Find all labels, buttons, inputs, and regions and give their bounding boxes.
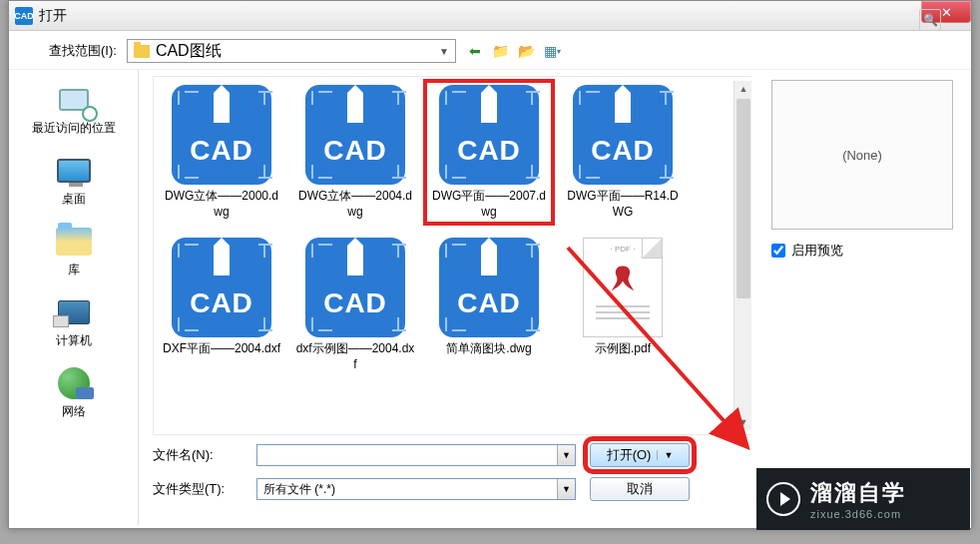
filetype-value: 所有文件 (*.*) [263, 481, 335, 498]
cancel-button[interactable]: 取消 [590, 477, 690, 501]
sidebar-item-label: 最近访问的位置 [32, 120, 116, 137]
file-list-pane: CADDWG立体——2000.dwgCADDWG立体——2004.dwgCADD… [139, 70, 761, 525]
file-label: DWG平面——2007.dwg [429, 189, 549, 220]
file-item[interactable]: CADdxf示例图——2004.dxf [291, 234, 419, 376]
bottom-form: 文件名(N): ▼ 打开(O) ▼ 文件类型(T): 所有文件 (*.*) ▼ [153, 435, 751, 501]
file-label: 简单滴图块.dwg [429, 341, 549, 357]
file-label: dxf示例图——2004.dxf [295, 341, 415, 372]
sidebar-item-network[interactable]: 网络 [50, 361, 98, 424]
scroll-thumb[interactable] [736, 99, 750, 298]
chevron-down-icon[interactable]: ▼ [657, 450, 673, 460]
cad-file-icon: CAD [305, 85, 405, 185]
window-title: 打开 [39, 7, 67, 25]
vertical-scrollbar[interactable]: ▲ ▼ [734, 81, 751, 430]
scroll-down-arrow[interactable]: ▼ [735, 414, 751, 430]
file-label: DWG立体——2004.dwg [295, 189, 415, 220]
places-sidebar: 最近访问的位置 桌面 库 计算机 网络 [9, 70, 139, 525]
file-label: DWG立体——2000.dwg [162, 189, 281, 220]
preview-pane: (None) 启用预览 [761, 70, 971, 525]
back-icon[interactable]: ⬅ [466, 42, 484, 60]
sidebar-item-label: 网络 [62, 403, 86, 420]
open-dialog: CAD 打开 ✕ 查找范围(I): CAD图纸 ▼ ⬅ 📁 📂 ▦▾ 🔍 最近访… [8, 0, 972, 529]
preview-none-text: (None) [842, 148, 882, 163]
watermark: 溜溜自学 zixue.3d66.com [756, 468, 970, 530]
file-item[interactable]: CADDWG平面——R14.DWG [559, 81, 687, 224]
lookin-label: 查找范围(I): [49, 42, 117, 60]
titlebar: CAD 打开 ✕ [9, 1, 971, 31]
chevron-down-icon[interactable]: ▼ [557, 479, 575, 499]
cad-file-icon: CAD [305, 238, 405, 337]
chevron-down-icon[interactable]: ▼ [557, 445, 575, 465]
folder-icon [134, 45, 150, 58]
sidebar-item-computer[interactable]: 计算机 [50, 290, 98, 353]
file-label: DWG平面——R14.DWG [563, 189, 683, 220]
cad-file-icon: CAD [172, 238, 271, 337]
sidebar-item-desktop[interactable]: 桌面 [50, 149, 98, 212]
file-item[interactable]: CAD简单滴图块.dwg [425, 234, 553, 376]
sidebar-item-label: 计算机 [56, 332, 92, 349]
sidebar-item-recent[interactable]: 最近访问的位置 [28, 78, 120, 141]
filename-label: 文件名(N): [153, 446, 243, 464]
lookin-row: 查找范围(I): CAD图纸 ▼ ⬅ 📁 📂 ▦▾ 🔍 [9, 31, 971, 70]
file-item[interactable]: CADDWG立体——2000.dwg [158, 81, 285, 224]
pdf-file-icon: · PDF · [583, 238, 663, 337]
file-item[interactable]: · PDF ·示例图.pdf [559, 234, 687, 376]
cad-file-icon: CAD [439, 85, 539, 185]
chevron-down-icon: ▼ [439, 46, 449, 57]
app-icon: CAD [15, 7, 33, 25]
filename-input[interactable]: ▼ [256, 444, 576, 466]
file-label: DXF平面——2004.dxf [162, 341, 281, 357]
cad-file-icon: CAD [172, 85, 271, 185]
watermark-title: 溜溜自学 [810, 478, 906, 508]
sidebar-item-label: 桌面 [62, 191, 86, 208]
cad-file-icon: CAD [439, 238, 539, 337]
lookin-combo[interactable]: CAD图纸 ▼ [127, 39, 456, 63]
file-item[interactable]: CADDXF平面——2004.dxf [158, 234, 285, 376]
watermark-sub: zixue.3d66.com [810, 508, 906, 520]
cad-file-icon: CAD [573, 85, 673, 185]
new-folder-icon[interactable]: 📂 [518, 42, 536, 60]
enable-preview-label: 启用预览 [791, 242, 843, 260]
lookin-value: CAD图纸 [156, 41, 222, 62]
filetype-select[interactable]: 所有文件 (*.*) ▼ [256, 478, 576, 500]
sidebar-item-label: 库 [68, 262, 80, 278]
views-icon[interactable]: ▦▾ [544, 42, 562, 60]
toolbar-icons: ⬅ 📁 📂 ▦▾ [466, 42, 562, 60]
file-item[interactable]: CADDWG立体——2004.dwg [291, 81, 419, 224]
files-grid: CADDWG立体——2000.dwgCADDWG立体——2004.dwgCADD… [153, 76, 751, 435]
enable-preview-input[interactable] [771, 244, 785, 258]
preview-box: (None) [771, 80, 953, 230]
sidebar-item-library[interactable]: 库 [50, 220, 98, 282]
file-item[interactable]: CADDWG平面——2007.dwg [425, 81, 553, 224]
search-icon[interactable]: 🔍 [919, 9, 941, 31]
up-folder-icon[interactable]: 📁 [492, 42, 510, 60]
scroll-up-arrow[interactable]: ▲ [735, 81, 751, 97]
file-label: 示例图.pdf [563, 341, 683, 357]
play-icon [766, 482, 800, 516]
filetype-label: 文件类型(T): [153, 480, 243, 498]
open-button[interactable]: 打开(O) ▼ [590, 443, 690, 467]
enable-preview-checkbox[interactable]: 启用预览 [771, 242, 953, 260]
